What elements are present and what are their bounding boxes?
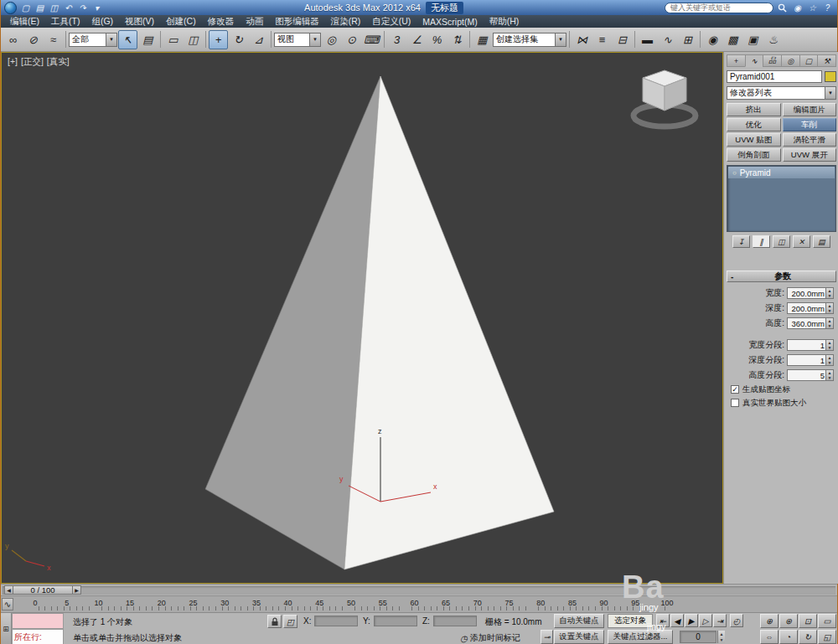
bind-to-spacewarp-button[interactable]: ≈ [44,30,63,49]
width-input[interactable]: 200.0mm▲▼ [787,287,834,299]
selection-set-dropdown[interactable]: 创建选择集▼ [493,33,566,47]
reference-coordinate-dropdown[interactable]: 视图▼ [274,33,321,47]
mirror-button[interactable]: ⋈ [572,30,592,49]
modifier-button-unwrap-uvw[interactable]: UVW 展开 [783,148,837,162]
spin-down-icon[interactable]: ▼ [826,360,833,365]
window-crossing-button[interactable]: ◫ [184,30,203,49]
tab-display[interactable]: ▢ [799,54,818,67]
rectangular-selection-button[interactable]: ▭ [163,30,183,49]
depth-segs-spinner[interactable]: ▲▼ [825,355,833,365]
open-file-button[interactable]: ▤ [34,2,46,13]
modifier-button-optimize[interactable]: 优化 [727,118,781,131]
pan-button[interactable]: ⇔ [760,630,779,644]
select-and-rotate-button[interactable]: ↻ [229,30,248,49]
angle-snap-button[interactable]: ∠ [407,30,427,49]
maxscript-listener-field[interactable]: 所在行: [12,629,64,644]
pin-stack-button[interactable]: ↧ [732,235,750,248]
depth-spinner[interactable]: ▲▼ [825,303,833,313]
named-selection-sets-button[interactable]: ▦ [473,30,492,49]
tab-modify[interactable]: ∿ [745,54,763,67]
previous-frame-button[interactable]: ◀ [670,614,684,627]
previous-frame-arrow[interactable]: ◀ [4,585,13,595]
viewport-shading-menu[interactable]: [真实] [47,56,70,68]
selection-filter-dropdown[interactable]: 全部▼ [69,33,117,47]
spin-down-icon[interactable]: ▼ [826,375,833,380]
favorites-button[interactable]: ☆ [806,2,819,13]
play-button[interactable]: ▶ [685,614,698,627]
width-segs-input[interactable]: 1▲▼ [787,339,834,351]
zoom-all-button[interactable]: ⊛ [779,614,798,628]
modifier-button-edit-patch[interactable]: 编辑面片 [783,103,837,116]
height-input[interactable]: 360.0mm▲▼ [787,317,834,329]
tab-utilities[interactable]: ⚒ [817,54,836,67]
modifier-button-bevel-profile[interactable]: 倒角剖面 [727,148,781,162]
height-segs-spinner[interactable]: ▲▼ [825,370,833,380]
spin-down-icon[interactable]: ▼ [826,345,833,350]
save-file-button[interactable]: ◫ [48,2,60,13]
viewport-canvas[interactable]: z y x x y [1,52,723,584]
selection-lock-toggle[interactable] [267,615,282,628]
menu-rendering[interactable]: 渲染(R) [325,15,367,28]
modifier-button-turbosmooth[interactable]: 涡轮平滑 [783,133,837,147]
orbit-button[interactable]: ↻ [799,630,817,644]
tab-motion[interactable]: ◎ [781,54,799,67]
rendered-frame-window-button[interactable]: ▣ [743,30,763,49]
object-name-field[interactable]: Pyramid001 [727,70,822,83]
modifier-button-lathe[interactable]: 车削 [783,118,837,131]
show-end-result-button[interactable]: ∥ [753,235,770,248]
render-production-button[interactable]: ♨ [763,30,783,49]
menu-group[interactable]: 组(G) [85,15,119,28]
3dsmax-logo[interactable] [4,2,17,14]
communication-center-button[interactable]: ◉ [791,2,804,13]
time-slider-handle[interactable]: ◀ 0 / 100 ▶ [4,585,81,595]
menu-customize[interactable]: 自定义(U) [366,15,416,28]
z-coord-field[interactable] [433,616,477,626]
unlink-selection-button[interactable]: ⊘ [23,30,43,49]
go-to-end-button[interactable]: ⇥ [713,614,727,627]
select-and-move-button[interactable]: + [209,30,228,49]
select-and-scale-button[interactable]: ⊿ [249,30,268,49]
maxscript-listener-button[interactable]: ⊞ [1,613,12,644]
configure-modifier-sets-button[interactable]: ▤ [813,235,830,248]
key-filter-target-dropdown[interactable]: 选定对象 [608,614,653,628]
select-and-manipulate-button[interactable]: ⊙ [342,30,361,49]
menu-help[interactable]: 帮助(H) [484,15,525,28]
key-filters-button[interactable]: 关键点过滤器... [608,630,673,644]
search-button[interactable] [776,2,789,13]
track-bar[interactable]: ∿ 05101520253035404550556065707580859095… [1,595,837,612]
keyboard-override-button[interactable]: ⌨ [362,30,381,49]
modifier-list-dropdown[interactable]: 修改器列表 ▼ [727,86,836,100]
menu-modifiers[interactable]: 修改器 [202,15,241,28]
menu-edit[interactable]: 编辑(E) [4,15,45,28]
menu-create[interactable]: 创建(C) [160,15,202,28]
layer-manager-button[interactable]: ⊟ [613,30,632,49]
redo-button[interactable]: ↷ [76,2,89,13]
menu-graph-editors[interactable]: 图形编辑器 [269,15,325,28]
viewcube[interactable] [626,62,703,131]
percent-snap-button[interactable]: % [427,30,447,49]
zoom-extents-button[interactable]: ⊡ [799,614,817,628]
curve-editor-button[interactable]: ∿ [658,30,677,49]
set-key-big-button[interactable]: ⊸ [541,630,553,644]
height-segs-input[interactable]: 5▲▼ [787,369,834,381]
snap-toggle-3d-button[interactable]: 3 [387,30,406,49]
width-segs-spinner[interactable]: ▲▼ [825,340,833,350]
next-frame-arrow[interactable]: ▶ [72,585,81,595]
modifier-button-extrude[interactable]: 挤出 [727,103,781,116]
align-button[interactable]: ≡ [592,30,612,49]
generate-mapping-coords-checkbox[interactable]: ✓ [731,385,739,394]
time-configuration-button[interactable]: ◴ [730,614,743,627]
real-world-map-size-checkbox[interactable] [731,399,739,407]
new-scene-button[interactable]: ▢ [19,2,32,13]
make-unique-button[interactable]: ◫ [773,235,790,248]
spin-down-icon[interactable]: ▼ [826,323,833,328]
undo-button[interactable]: ↶ [62,2,75,13]
maximize-viewport-button[interactable]: ◱ [818,630,836,644]
absolute-mode-toggle[interactable]: ◰ [283,615,297,628]
parameters-rollout-header[interactable]: - 参数 [727,270,836,282]
modifier-stack[interactable]: ○ Pyramid [727,165,836,232]
spin-down-icon[interactable]: ▼ [826,293,833,298]
spin-down-icon[interactable]: ▼ [826,308,833,313]
spinner-snap-button[interactable]: ⇅ [447,30,467,49]
time-slider-track[interactable] [3,586,835,595]
